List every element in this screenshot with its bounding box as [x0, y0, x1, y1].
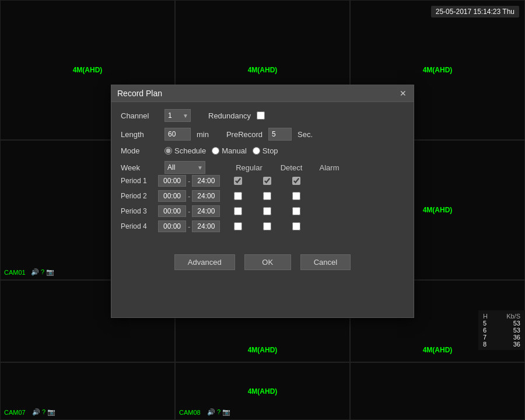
period-4-time-separator: - — [188, 222, 190, 231]
length-input[interactable] — [164, 128, 191, 141]
period-2-time-separator: - — [188, 192, 190, 201]
period-1-regular-checkbox[interactable] — [234, 177, 242, 185]
mode-stop-label: Stop — [262, 146, 278, 155]
mode-stop-option[interactable]: Stop — [253, 146, 278, 155]
camera-label-9: 4M(AHD) — [423, 346, 453, 354]
period-row-1: Period 1- — [121, 175, 404, 187]
period-2-start-input[interactable] — [158, 190, 186, 202]
period-3-alarm-checkbox[interactable] — [292, 207, 300, 215]
dialog-titlebar: Record Plan ✕ — [111, 85, 414, 102]
camera-name-cam01: CAM01 — [4, 269, 26, 276]
period-1-time-separator: - — [188, 177, 190, 186]
period-4-alarm-checkbox[interactable] — [292, 222, 300, 230]
bottom-camera-label-2: 4M(AHD) — [248, 387, 278, 396]
dialog-close-button[interactable]: ✕ — [398, 89, 408, 98]
stats-panel: H Kb/S 5 53 6 53 7 36 8 36 — [478, 310, 525, 350]
datetime-display: 25-05-2017 15:14:23 Thu — [431, 6, 519, 18]
stats-row-2: 6 53 — [483, 327, 520, 334]
record-plan-dialog: Record Plan ✕ Channel 1234 ▼ Redundancy … — [111, 85, 414, 318]
camera-label-2: 4M(AHD) — [248, 66, 278, 74]
period-1-time-range: - — [158, 175, 220, 187]
stats-row-1: 5 53 — [483, 320, 520, 327]
period-4-detect-checkbox[interactable] — [263, 222, 271, 230]
channel-select[interactable]: 1234 — [164, 109, 191, 122]
period-4-end-input[interactable] — [192, 220, 220, 232]
week-label: Week — [121, 163, 159, 172]
bottom-camera-name-cam08: CAM08 — [179, 409, 201, 416]
prerecord-label: PreRecord — [226, 130, 262, 139]
bottom-camera-name-cam07: CAM07 — [4, 409, 26, 416]
camera-label-3: 4M(AHD) — [423, 66, 453, 74]
bottom-cell-2: 4M(AHD) CAM08 🔊 ? 📷 — [175, 362, 350, 420]
mode-schedule-radio[interactable] — [164, 147, 172, 155]
period-4-start-input[interactable] — [158, 220, 186, 232]
mode-row: Mode Schedule Manual Stop — [121, 146, 404, 155]
stats-r3-c1: 7 — [483, 334, 487, 341]
ok-button[interactable]: OK — [244, 254, 291, 270]
bottom-camera-strip: CAM07 🔊 ? 📷 4M(AHD) CAM08 🔊 ? 📷 — [0, 362, 525, 420]
periods-container: Period 1-Period 2-Period 3-Period 4- — [121, 175, 404, 232]
camera-label-1: 4M(AHD) — [73, 66, 103, 74]
bottom-camera-icons-cam07: 🔊 ? 📷 — [32, 408, 55, 416]
mode-schedule-option[interactable]: Schedule — [164, 146, 206, 155]
stats-row-4: 8 36 — [483, 341, 520, 348]
stats-r3-c2: 36 — [513, 334, 520, 341]
period-1-name: Period 1 — [121, 177, 155, 185]
period-1-detect-checkbox[interactable] — [263, 177, 271, 185]
col-detect-header: Detect — [275, 163, 307, 172]
stats-r4-c2: 36 — [513, 341, 520, 348]
period-3-detect-checkbox[interactable] — [263, 207, 271, 215]
stats-col1-header: H — [483, 313, 488, 320]
stats-header: H Kb/S — [483, 313, 520, 320]
redundancy-checkbox[interactable] — [257, 111, 265, 120]
week-row: Week AllMonTueWed ThuFriSatSun ▼ Regular… — [121, 161, 404, 174]
mode-manual-option[interactable]: Manual — [212, 146, 247, 155]
channel-label: Channel — [121, 111, 159, 120]
channel-redundancy-row: Channel 1234 ▼ Redundancy — [121, 109, 404, 122]
bottom-camera-icons-cam08: 🔊 ? 📷 — [207, 408, 230, 416]
camera-label-8: 4M(AHD) — [248, 346, 278, 354]
period-4-name: Period 4 — [121, 222, 155, 230]
stats-r1-c1: 5 — [483, 320, 487, 327]
prerecord-unit: Sec. — [298, 130, 313, 139]
period-2-end-input[interactable] — [192, 190, 220, 202]
period-3-start-input[interactable] — [158, 205, 186, 217]
period-4-regular-checkbox[interactable] — [234, 222, 242, 230]
period-3-time-separator: - — [188, 207, 190, 216]
period-3-name: Period 3 — [121, 207, 155, 215]
length-label: Length — [121, 130, 159, 139]
advanced-button[interactable]: Advanced — [174, 254, 235, 270]
period-2-time-range: - — [158, 190, 220, 202]
camera-icons-cam01: 🔊 ? 📷 — [31, 268, 54, 276]
period-1-alarm-checkbox[interactable] — [292, 177, 300, 185]
stats-r1-c2: 53 — [513, 320, 520, 327]
period-2-detect-checkbox[interactable] — [263, 192, 271, 200]
period-4-time-range: - — [158, 220, 220, 232]
period-3-end-input[interactable] — [192, 205, 220, 217]
dialog-buttons-row: Advanced OK Cancel — [111, 254, 414, 278]
dialog-title: Record Plan — [117, 89, 162, 98]
camera-label-6: 4M(AHD) — [423, 206, 453, 214]
period-1-start-input[interactable] — [158, 175, 186, 187]
period-2-regular-checkbox[interactable] — [234, 192, 242, 200]
mode-stop-radio[interactable] — [253, 147, 260, 155]
mode-schedule-label: Schedule — [174, 146, 206, 155]
mode-manual-radio[interactable] — [212, 147, 219, 155]
prerecord-input[interactable] — [268, 128, 292, 141]
stats-r4-c1: 8 — [483, 341, 487, 348]
week-select[interactable]: AllMonTueWed ThuFriSatSun — [164, 161, 205, 174]
period-row-3: Period 3- — [121, 205, 404, 217]
week-select-wrapper: AllMonTueWed ThuFriSatSun ▼ — [164, 161, 205, 174]
dialog-body: Channel 1234 ▼ Redundancy Length min Pre… — [111, 102, 414, 243]
stats-col2-header: Kb/S — [506, 313, 520, 320]
period-2-alarm-checkbox[interactable] — [292, 192, 300, 200]
period-3-regular-checkbox[interactable] — [234, 207, 242, 215]
period-1-end-input[interactable] — [192, 175, 220, 187]
length-unit: min — [197, 130, 209, 139]
cancel-button[interactable]: Cancel — [300, 254, 351, 270]
mode-label: Mode — [121, 146, 159, 155]
redundancy-label: Redundancy — [208, 111, 251, 120]
period-row-2: Period 2- — [121, 190, 404, 202]
period-2-name: Period 2 — [121, 192, 155, 200]
mode-manual-label: Manual — [222, 146, 247, 155]
